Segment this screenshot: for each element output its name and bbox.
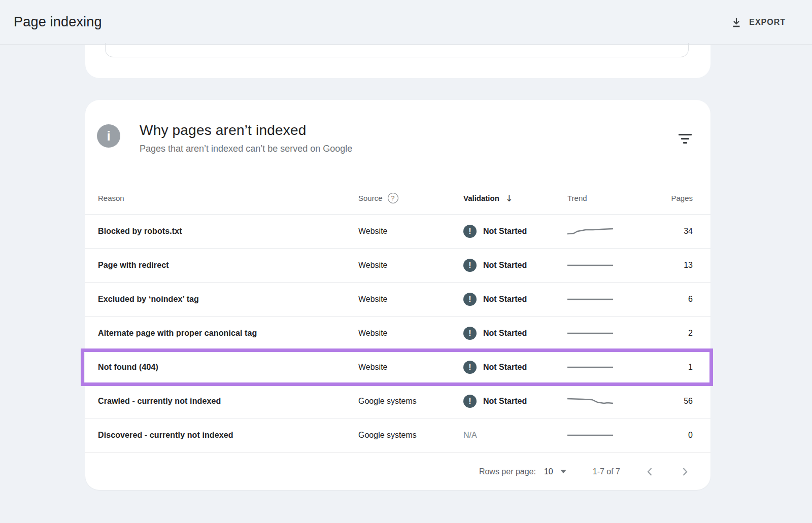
source-cell: Website <box>358 329 463 338</box>
why-pages-arent-indexed-card: i Why pages aren’t indexed Pages that ar… <box>85 100 710 490</box>
table-row[interactable]: Excluded by ‘noindex’ tag Website ! Not … <box>85 283 710 317</box>
pages-count: 34 <box>651 227 698 236</box>
export-button-label: EXPORT <box>749 18 786 27</box>
trend-sparkline <box>567 225 651 238</box>
help-icon[interactable]: ? <box>388 193 398 203</box>
pages-count: 2 <box>651 329 698 338</box>
validation-status: Not Started <box>483 295 527 304</box>
trend-sparkline <box>567 395 651 408</box>
previous-page-button[interactable] <box>644 466 656 478</box>
info-icon: i <box>97 124 120 148</box>
exclamation-icon: ! <box>463 361 477 374</box>
table-row[interactable]: Discovered - currently not indexed Googl… <box>85 419 710 452</box>
upper-card-inner-panel <box>105 43 689 57</box>
download-icon <box>731 17 742 28</box>
table-row[interactable]: Page with redirect Website ! Not Started… <box>85 249 710 283</box>
reason-cell: Excluded by ‘noindex’ tag <box>98 295 358 304</box>
caret-down-icon <box>560 470 566 473</box>
table-row[interactable]: Blocked by robots.txt Website ! Not Star… <box>85 215 710 249</box>
source-cell: Website <box>358 227 463 236</box>
exclamation-icon: ! <box>463 293 477 306</box>
source-cell: Google systems <box>358 431 463 440</box>
pages-count: 56 <box>651 397 698 406</box>
trend-sparkline <box>567 293 651 306</box>
pages-count: 1 <box>651 363 698 372</box>
pages-count: 6 <box>651 295 698 304</box>
validation-cell: ! Not Started <box>463 293 567 306</box>
validation-cell: ! Not Started <box>463 327 567 340</box>
chevron-left-icon <box>646 467 653 477</box>
table-body: Blocked by robots.txt Website ! Not Star… <box>85 215 710 452</box>
validation-cell: ! Not Started <box>463 361 567 374</box>
source-cell: Website <box>358 295 463 304</box>
card-title: Why pages aren’t indexed <box>140 122 352 138</box>
page-title: Page indexing <box>14 14 102 30</box>
table-pagination: Rows per page: 10 1-7 of 7 <box>85 452 710 491</box>
exclamation-icon: ! <box>463 225 477 238</box>
reason-cell: Blocked by robots.txt <box>98 227 358 236</box>
pages-count: 13 <box>651 261 698 270</box>
table-row[interactable]: Crawled - currently not indexed Google s… <box>85 385 710 419</box>
trend-sparkline <box>567 327 651 340</box>
card-header: i Why pages aren’t indexed Pages that ar… <box>85 100 710 182</box>
card-subtitle: Pages that aren’t indexed can’t be serve… <box>140 144 352 154</box>
trend-sparkline <box>567 429 651 442</box>
filter-list-icon[interactable] <box>675 128 695 149</box>
table-row[interactable]: Alternate page with proper canonical tag… <box>85 317 710 351</box>
exclamation-icon: ! <box>463 395 477 408</box>
validation-cell: ! Not Started <box>463 259 567 272</box>
reason-cell: Not found (404) <box>98 363 358 372</box>
source-cell: Website <box>358 363 463 372</box>
pagination-range: 1-7 of 7 <box>593 467 620 476</box>
validation-status: N/A <box>463 431 477 440</box>
validation-status: Not Started <box>483 227 527 236</box>
table-row[interactable]: Not found (404) Website ! Not Started 1 <box>85 351 710 385</box>
source-cell: Google systems <box>358 397 463 406</box>
rows-per-page-value: 10 <box>544 467 553 476</box>
rows-per-page-select[interactable]: 10 <box>544 467 566 476</box>
reason-cell: Discovered - currently not indexed <box>98 431 358 440</box>
column-header-reason[interactable]: Reason <box>98 194 358 202</box>
exclamation-icon: ! <box>463 259 477 272</box>
pages-count: 0 <box>651 431 698 440</box>
exclamation-icon: ! <box>463 327 477 340</box>
export-button[interactable]: EXPORT <box>731 17 786 28</box>
sort-arrow-down-icon: ↓ <box>505 193 513 203</box>
validation-status: Not Started <box>483 261 527 270</box>
source-cell: Website <box>358 261 463 270</box>
reason-cell: Page with redirect <box>98 261 358 270</box>
reason-cell: Alternate page with proper canonical tag <box>98 329 358 338</box>
column-header-trend: Trend <box>567 194 651 202</box>
column-header-source[interactable]: Source ? <box>358 193 463 203</box>
upper-card-partial <box>85 45 710 78</box>
chevron-right-icon <box>682 467 689 477</box>
reason-cell: Crawled - currently not indexed <box>98 397 358 406</box>
validation-status: Not Started <box>483 397 527 406</box>
rows-per-page-label: Rows per page: <box>479 467 536 476</box>
column-header-pages[interactable]: Pages <box>651 194 698 202</box>
table-header-row: Reason Source ? Validation ↓ Trend Pages <box>85 182 710 215</box>
next-page-button[interactable] <box>679 466 691 478</box>
trend-sparkline <box>567 259 651 272</box>
validation-cell: ! Not Started <box>463 225 567 238</box>
validation-status: Not Started <box>483 329 527 338</box>
trend-sparkline <box>567 361 651 374</box>
top-app-bar: Page indexing EXPORT <box>0 0 812 45</box>
validation-status: Not Started <box>483 363 527 372</box>
validation-cell: ! N/A <box>463 431 567 440</box>
validation-cell: ! Not Started <box>463 395 567 408</box>
column-header-validation[interactable]: Validation ↓ <box>463 193 567 203</box>
